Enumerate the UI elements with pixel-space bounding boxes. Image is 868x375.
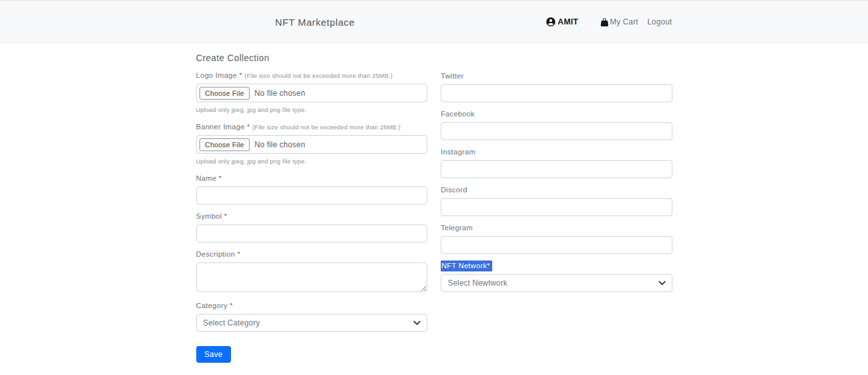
form-left-column: Create Collection Logo Image * (File siz…: [196, 53, 428, 363]
discord-input[interactable]: [441, 198, 672, 216]
banner-size-note: (File size should not be exceeded more t…: [252, 123, 400, 131]
symbol-label: Symbol *: [196, 212, 428, 220]
instagram-group: Instagram: [441, 148, 672, 178]
user-name: AMIT: [558, 17, 578, 26]
description-label: Description *: [196, 250, 428, 258]
facebook-label: Facebook: [441, 110, 672, 118]
header-inner: NFT Marketplace AMIT My Cart Logout: [196, 17, 672, 28]
banner-image-label: Banner Image * (File size should not be …: [196, 123, 428, 131]
logo-file-status: No file chosen: [254, 89, 305, 98]
network-select[interactable]: Select Newtwork: [441, 274, 672, 292]
form-right-column: Twitter Facebook Instagram Discord Teleg…: [441, 53, 672, 300]
telegram-input[interactable]: [441, 236, 672, 254]
description-textarea[interactable]: [196, 262, 428, 292]
banner-file-status: No file chosen: [254, 140, 305, 149]
name-label: Name *: [196, 174, 428, 182]
logo-image-label: Logo Image * (File size should not be ex…: [196, 71, 428, 79]
discord-label: Discord: [441, 186, 672, 194]
twitter-label: Twitter: [441, 72, 672, 80]
network-select-wrap: Select Newtwork: [441, 274, 672, 292]
nft-network-group: NFT Network* Select Newtwork: [441, 262, 672, 292]
logo-image-label-text: Logo Image *: [196, 71, 243, 79]
header: NFT Marketplace AMIT My Cart Logout: [0, 0, 868, 43]
category-select[interactable]: Select Category: [196, 314, 428, 332]
description-group: Description *: [196, 250, 428, 294]
logo-helper-text: Upload only jpeg, jpg and png file type.: [196, 106, 428, 113]
logo-size-note: (File size should not be exceeded more t…: [245, 72, 392, 79]
twitter-group: Twitter: [441, 72, 672, 102]
instagram-label: Instagram: [441, 148, 672, 156]
banner-helper-text: Upload only jpeg, jpg and png file type.: [196, 158, 428, 165]
logout-link[interactable]: Logout: [647, 17, 672, 26]
logo-choose-file-button[interactable]: Choose File: [199, 87, 250, 100]
logo-image-group: Logo Image * (File size should not be ex…: [196, 71, 428, 113]
facebook-input[interactable]: [441, 122, 672, 140]
category-label: Category *: [196, 302, 428, 309]
telegram-group: Telegram: [441, 224, 672, 254]
symbol-group: Symbol *: [196, 212, 428, 242]
facebook-group: Facebook: [441, 110, 672, 140]
banner-file-input[interactable]: Choose File No file chosen: [196, 135, 428, 154]
name-input[interactable]: [196, 187, 428, 205]
nft-network-label: NFT Network*: [441, 262, 672, 270]
save-button[interactable]: Save: [196, 346, 232, 363]
symbol-input[interactable]: [196, 224, 428, 242]
my-cart-link[interactable]: My Cart: [600, 17, 638, 26]
banner-image-label-text: Banner Image *: [196, 123, 250, 131]
banner-choose-file-button[interactable]: Choose File: [199, 138, 250, 151]
my-cart-label: My Cart: [610, 17, 638, 26]
page-title: Create Collection: [196, 53, 428, 63]
category-select-wrap: Select Category: [196, 314, 428, 332]
banner-image-group: Banner Image * (File size should not be …: [196, 123, 428, 165]
main-content: Create Collection Logo Image * (File siz…: [0, 43, 868, 363]
logo-file-input[interactable]: Choose File No file chosen: [196, 84, 428, 102]
twitter-input[interactable]: [441, 84, 672, 102]
discord-group: Discord: [441, 186, 672, 216]
name-group: Name *: [196, 174, 428, 205]
telegram-label: Telegram: [441, 224, 672, 232]
brand-title[interactable]: NFT Marketplace: [275, 17, 355, 28]
category-group: Category * Select Category: [196, 302, 428, 332]
top-nav: AMIT My Cart Logout: [546, 17, 672, 26]
user-icon: [546, 17, 555, 26]
brand-wrap: NFT Marketplace: [196, 17, 434, 28]
user-menu[interactable]: AMIT: [546, 17, 578, 26]
instagram-input[interactable]: [441, 160, 672, 178]
cart-icon: [600, 18, 609, 26]
nft-network-label-highlighted: NFT Network*: [441, 261, 492, 271]
